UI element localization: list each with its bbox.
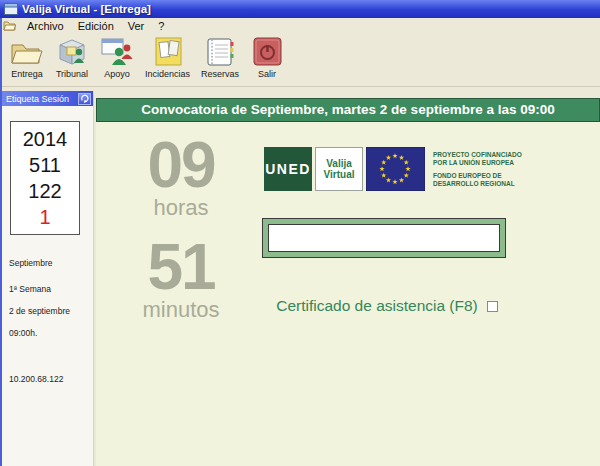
- support-people-icon: [100, 36, 134, 68]
- session-center: 511: [11, 152, 79, 178]
- sidebar-header: Etiqueta Sesión: [2, 91, 93, 106]
- clock-minutes-label: minutos: [114, 298, 248, 322]
- menu-ver[interactable]: Ver: [121, 20, 152, 32]
- certificate-checkbox[interactable]: [487, 301, 498, 312]
- app-icon: [4, 2, 18, 16]
- toolbar-salir-label: Salir: [258, 69, 276, 79]
- session-month: Septiembre: [9, 258, 52, 268]
- convocation-banner: Convocatoria de Septiembre, martes 2 de …: [96, 98, 600, 122]
- menu-bar: Archivo Edición Ver ?: [0, 18, 600, 33]
- session-code-input[interactable]: [268, 224, 500, 252]
- toolbar-reservas-button[interactable]: Reservas: [198, 35, 242, 80]
- code-input-frame: [262, 218, 506, 258]
- toolbar-reservas-label: Reservas: [201, 69, 239, 79]
- eu-cofinance-line-1: PROYECTO COFINANCIADO POR LA UNIÓN EUROP…: [433, 151, 531, 166]
- session-number-highlight: 1: [11, 204, 79, 230]
- child-window-folder-icon[interactable]: [3, 20, 16, 31]
- title-bar: Valija Virtual - [Entrega]: [0, 0, 600, 18]
- app-body: Etiqueta Sesión 2014 511 122 1 Septiembr…: [0, 87, 600, 466]
- toolbar-tribunal-label: Tribunal: [56, 69, 88, 79]
- toolbar-apoyo-button[interactable]: Apoyo: [97, 35, 137, 80]
- menu-edicion[interactable]: Edición: [71, 20, 121, 32]
- open-folder-icon: [10, 36, 44, 68]
- eu-flag-icon: [366, 147, 425, 191]
- main-panel: Convocatoria de Septiembre, martes 2 de …: [96, 98, 600, 466]
- session-time: 09:00h.: [9, 328, 37, 338]
- clock-minutes: 51: [114, 236, 248, 298]
- session-week: 1ª Semana: [9, 284, 51, 294]
- reservations-notebook-icon: [203, 36, 237, 68]
- toolbar-incidencias-label: Incidencias: [145, 69, 190, 79]
- session-sidebar: Etiqueta Sesión 2014 511 122 1 Septiembr…: [2, 91, 94, 466]
- toolbar-incidencias-button[interactable]: Incidencias: [142, 35, 193, 80]
- incident-notes-icon: [151, 36, 185, 68]
- session-date: 2 de septiembre: [9, 306, 70, 316]
- toolbar-entrega-label: Entrega: [11, 69, 43, 79]
- toolbar-salir-button[interactable]: Salir: [247, 35, 287, 80]
- countdown-clock: 09 horas 51 minutos: [114, 134, 248, 322]
- toolbar-entrega-button[interactable]: Entrega: [7, 35, 47, 80]
- logos-row: UNED Valija Virtual: [264, 147, 531, 191]
- session-label-box: 2014 511 122 1: [10, 121, 80, 235]
- eu-cofinance-text: PROYECTO COFINANCIADO POR LA UNIÓN EUROP…: [433, 147, 531, 191]
- power-exit-icon: [250, 36, 284, 68]
- toolbar: Entrega Tribunal: [0, 33, 600, 87]
- valija-virtual-logo: Valija Virtual: [315, 147, 363, 191]
- sidebar-header-title: Etiqueta Sesión: [6, 94, 69, 104]
- window-left-border: [0, 18, 2, 466]
- window-title: Valija Virtual - [Entrega]: [22, 3, 151, 15]
- tribunal-cube-icon: [55, 36, 89, 68]
- curved-arrow-icon: [80, 94, 90, 103]
- session-year: 2014: [11, 126, 79, 152]
- clock-hours: 09: [114, 134, 248, 196]
- toolbar-tribunal-button[interactable]: Tribunal: [52, 35, 92, 80]
- menu-help[interactable]: ?: [151, 20, 171, 32]
- ip-address: 10.200.68.122: [9, 374, 63, 384]
- certificate-row: Certificado de asistencia (F8): [262, 297, 512, 315]
- menu-archivo[interactable]: Archivo: [20, 20, 71, 32]
- eu-cofinance-line-2: FONDO EUROPEO DE DESARROLLO REGIONAL: [433, 172, 531, 187]
- app-window: Valija Virtual - [Entrega] Archivo Edici…: [0, 0, 600, 466]
- float-panel-button[interactable]: [78, 93, 91, 105]
- certificate-label: Certificado de asistencia (F8): [276, 297, 478, 315]
- clock-hours-label: horas: [114, 196, 248, 220]
- toolbar-apoyo-label: Apoyo: [104, 69, 130, 79]
- uned-logo: UNED: [264, 147, 312, 191]
- session-room: 122: [11, 178, 79, 204]
